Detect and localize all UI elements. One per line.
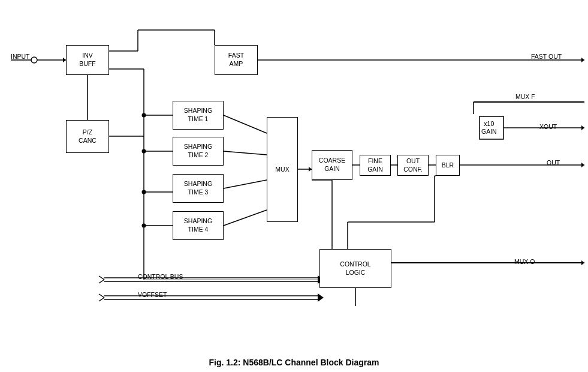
control-bus-label: CONTROL BUS <box>138 273 183 280</box>
svg-marker-37 <box>581 125 584 130</box>
svg-line-22 <box>224 115 267 133</box>
fast-out-label: FAST OUT <box>531 53 562 60</box>
svg-point-0 <box>31 57 37 63</box>
shaping-time-3-block: SHAPING TIME 3 <box>173 174 224 203</box>
fine-gain-block: FINE GAIN <box>360 155 391 176</box>
x10-gain-label: x10GAIN <box>481 120 497 135</box>
svg-line-24 <box>224 180 267 188</box>
shaping-time-2-block: SHAPING TIME 2 <box>173 137 224 166</box>
svg-marker-9 <box>581 58 584 62</box>
xout-label: XOUT <box>539 123 557 130</box>
svg-line-23 <box>224 151 267 155</box>
svg-marker-39 <box>581 260 584 265</box>
shaping-time-4-block: SHAPING TIME 4 <box>173 211 224 240</box>
svg-marker-53 <box>318 293 324 302</box>
pz-canc-block: P/Z CANC <box>66 120 109 153</box>
fast-amp-block: FAST AMP <box>215 45 258 75</box>
mux-o-label: MUX O <box>514 258 535 265</box>
mux-f-label: MUX F <box>515 93 535 100</box>
out-conf-block: OUT CONF. <box>397 155 429 176</box>
diagram: INV BUFF FAST AMP P/Z CANC SHAPING TIME … <box>0 0 588 348</box>
svg-line-25 <box>224 210 267 226</box>
svg-line-50 <box>99 280 104 283</box>
mux-block: MUX <box>267 117 298 222</box>
figure-caption: Fig. 1.2: N568B/LC Channel Block Diagram <box>0 358 588 367</box>
svg-point-21 <box>142 224 146 228</box>
svg-line-49 <box>99 276 104 280</box>
svg-marker-32 <box>581 163 584 167</box>
out-label: OUT <box>547 159 560 166</box>
svg-line-55 <box>99 298 104 301</box>
coarse-gain-block: COARSE GAIN <box>312 150 352 180</box>
input-label: INPUT <box>11 53 30 60</box>
blr-block: BLR <box>436 155 460 176</box>
voffset-label: VOFFSET <box>138 291 167 298</box>
control-logic-block: CONTROL LOGIC <box>319 249 391 288</box>
inv-buff-block: INV BUFF <box>66 45 109 75</box>
shaping-time-1-block: SHAPING TIME 1 <box>173 101 224 130</box>
svg-line-54 <box>99 294 104 298</box>
